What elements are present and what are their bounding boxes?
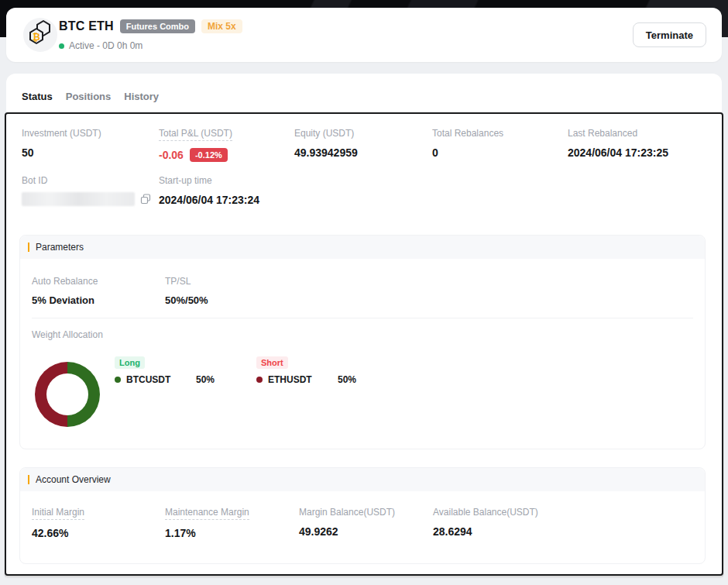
long-side-badge: Long — [115, 356, 145, 369]
investment-value: 50 — [22, 146, 159, 159]
btc-hexagon-bot-icon: ₿ — [27, 20, 53, 50]
ethusdt-symbol: ETHUSDT — [268, 374, 312, 385]
parameters-section-title: Parameters — [36, 242, 84, 253]
investment-stat: Investment (USDT) 50 — [22, 126, 159, 162]
ethusdt-weight: 50% — [338, 374, 356, 385]
btcusdt-weight: 50% — [196, 374, 215, 385]
initial-margin-stat: Initial Margin 42.66% — [32, 504, 165, 539]
equity-label: Equity (USDT) — [294, 128, 354, 139]
tab-positions[interactable]: Positions — [66, 91, 112, 102]
active-status-dot — [59, 43, 64, 49]
available-balance-value: 28.6294 — [433, 525, 538, 538]
margin-balance-stat: Margin Balance(USDT) 49.9262 — [299, 504, 433, 539]
parameters-grid: Auto Rebalance 5% Deviation TP/SL 50%/50… — [32, 274, 208, 306]
leverage-badge: Mix 5x — [201, 19, 242, 33]
bot-status-row: Active - 0D 0h 0m — [59, 40, 143, 51]
account-overview-grid: Initial Margin 42.66% Maintenance Margin… — [32, 504, 538, 539]
startup-time-label: Start-up time — [159, 175, 212, 186]
section-divider — [32, 318, 693, 318]
equity-value: 49.93942959 — [294, 146, 432, 159]
total-rebalances-label: Total Rebalances — [432, 128, 503, 139]
account-overview-header: Account Overview — [20, 468, 705, 491]
investment-label: Investment (USDT) — [22, 128, 101, 139]
bot-id-label: Bot ID — [22, 175, 47, 186]
last-rebalanced-label: Last Rebalanced — [568, 128, 637, 139]
initial-margin-label[interactable]: Initial Margin — [32, 507, 84, 520]
bot-id-value-redacted — [22, 192, 135, 206]
tab-history[interactable]: History — [124, 91, 159, 102]
terminate-button[interactable]: Terminate — [633, 22, 706, 47]
short-side-badge: Short — [256, 356, 288, 369]
copy-icon[interactable] — [140, 194, 151, 205]
total-pnl-value: -0.06 — [159, 149, 184, 161]
maintenance-margin-label[interactable]: Maintenance Margin — [165, 507, 249, 520]
tab-bar: Status Positions History — [22, 91, 159, 102]
ethusdt-dot — [256, 377, 263, 383]
startup-time-stat: Start-up time 2024/06/04 17:23:24 — [159, 173, 259, 206]
legend-short: Short ETHUSDT 50% — [256, 355, 388, 385]
auto-rebalance-label: Auto Rebalance — [32, 276, 98, 287]
legend-long: Long BTCUSDT 50% — [115, 355, 246, 385]
total-rebalances-stat: Total Rebalances 0 — [432, 126, 568, 162]
svg-text:₿: ₿ — [33, 32, 40, 43]
legend-row-btcusdt: BTCUSDT 50% — [115, 374, 246, 385]
bot-avatar: ₿ — [23, 18, 57, 52]
legend-row-ethusdt: ETHUSDT 50% — [256, 374, 388, 385]
bot-title-row: BTC ETH Futures Combo Mix 5x — [59, 19, 242, 33]
stats-row-1: Investment (USDT) 50 Total P&L (USDT) -0… — [22, 126, 668, 162]
bot-status-text: Active - 0D 0h 0m — [69, 40, 143, 51]
btcusdt-symbol: BTCUSDT — [126, 374, 170, 385]
startup-time-value: 2024/06/04 17:23:24 — [159, 194, 259, 206]
total-pnl-label[interactable]: Total P&L (USDT) — [159, 128, 232, 141]
last-rebalanced-stat: Last Rebalanced 2024/06/04 17:23:25 — [568, 126, 668, 162]
tpsl-label: TP/SL — [165, 276, 191, 287]
tpsl-stat: TP/SL 50%/50% — [165, 274, 208, 306]
auto-rebalance-value: 5% Deviation — [32, 294, 165, 306]
total-pnl-line: -0.06 -0.12% — [159, 148, 294, 162]
available-balance-stat: Available Balance(USDT) 28.6294 — [433, 504, 538, 539]
weight-allocation-donut — [35, 362, 100, 427]
auto-rebalance-stat: Auto Rebalance 5% Deviation — [32, 274, 165, 306]
bot-id-stat: Bot ID — [22, 173, 159, 206]
total-pnl-stat: Total P&L (USDT) -0.06 -0.12% — [159, 126, 294, 162]
initial-margin-value: 42.66% — [32, 527, 165, 539]
bot-header-card: ₿ BTC ETH Futures Combo Mix 5x Active - … — [6, 8, 722, 62]
donut-hole — [46, 373, 88, 415]
equity-stat: Equity (USDT) 49.93942959 — [294, 126, 432, 162]
total-rebalances-value: 0 — [432, 146, 568, 159]
bot-title: BTC ETH — [59, 19, 114, 33]
maintenance-margin-value: 1.17% — [165, 527, 299, 539]
stats-row-2: Bot ID Start-up time 2024/06/04 17:23:24 — [22, 173, 259, 206]
tab-status[interactable]: Status — [22, 91, 53, 102]
margin-balance-value: 49.9262 — [299, 525, 433, 538]
account-overview-section: Account Overview Initial Margin 42.66% M… — [19, 467, 706, 564]
tpsl-value: 50%/50% — [165, 294, 208, 306]
section-accent-bar — [28, 243, 29, 252]
available-balance-label: Available Balance(USDT) — [433, 507, 538, 518]
weight-allocation-label: Weight Allocation — [32, 329, 103, 340]
bot-detail-page: ₿ BTC ETH Futures Combo Mix 5x Active - … — [0, 0, 728, 585]
bot-id-line — [22, 192, 159, 206]
status-panel: Investment (USDT) 50 Total P&L (USDT) -0… — [5, 112, 723, 576]
parameters-section: Parameters Auto Rebalance 5% Deviation T… — [19, 235, 706, 449]
account-overview-title: Account Overview — [36, 474, 111, 485]
futures-combo-badge: Futures Combo — [120, 19, 195, 33]
total-pnl-percent-badge: -0.12% — [190, 148, 228, 162]
section-accent-bar — [28, 475, 29, 484]
parameters-section-header: Parameters — [20, 236, 705, 259]
maintenance-margin-stat: Maintenance Margin 1.17% — [165, 504, 299, 539]
margin-balance-label: Margin Balance(USDT) — [299, 507, 395, 518]
btcusdt-dot — [115, 377, 121, 383]
last-rebalanced-value: 2024/06/04 17:23:25 — [568, 146, 668, 159]
